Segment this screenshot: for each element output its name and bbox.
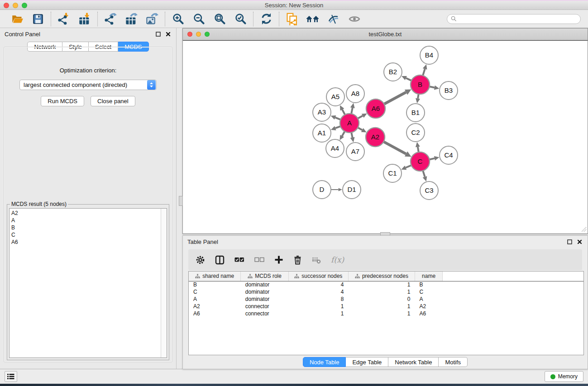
export-network-button[interactable] [104, 12, 117, 26]
show-hide-style-button[interactable] [327, 12, 340, 26]
table-cell[interactable]: A6 [189, 310, 241, 317]
table-tab-edge-table[interactable]: Edge Table [346, 357, 388, 367]
edge-A2-C[interactable] [383, 142, 406, 154]
column-view-button[interactable] [215, 255, 225, 265]
table-row[interactable]: Adominator80A [189, 295, 583, 303]
edge-B-B4[interactable] [423, 69, 425, 76]
graph-node-A6[interactable]: A6 [366, 99, 385, 118]
memory-button[interactable]: Memory [545, 371, 583, 382]
task-history-button[interactable] [5, 371, 17, 382]
split-pane-handle-vertical[interactable] [179, 196, 183, 206]
export-image-button[interactable] [145, 12, 159, 26]
edge-A-A1[interactable] [335, 126, 340, 128]
table-cell[interactable]: dominator [241, 281, 288, 288]
mcds-result-item[interactable]: B [11, 224, 159, 231]
mcds-result-list[interactable]: A2ABCA6 [9, 208, 167, 358]
edge-A-A7[interactable] [351, 133, 352, 138]
refresh-button[interactable] [259, 12, 273, 26]
edge-A-A8[interactable] [351, 108, 353, 114]
graph-node-D1[interactable]: D1 [343, 181, 361, 199]
edge-A-A4[interactable] [342, 131, 345, 136]
table-row[interactable]: Bdominator41B [189, 281, 583, 288]
column-header-predecessor-nodes[interactable]: predecessor nodes [348, 272, 415, 281]
first-neighbors-button[interactable] [306, 12, 320, 26]
zoom-window-button[interactable] [22, 3, 27, 8]
table-cell[interactable]: A2 [415, 303, 443, 310]
table-cell[interactable]: 1 [348, 303, 415, 310]
table-cell[interactable]: 0 [348, 295, 415, 303]
graph-node-B4[interactable]: B4 [420, 46, 438, 64]
graph-node-A1[interactable]: A1 [313, 124, 331, 142]
float-panel-button[interactable] [154, 30, 162, 38]
table-cell[interactable]: 8 [288, 295, 348, 303]
import-network-button[interactable] [57, 12, 71, 26]
zoom-out-button[interactable] [192, 12, 206, 26]
graph-node-C2[interactable]: C2 [406, 124, 425, 142]
table-tab-network-table[interactable]: Network Table [388, 357, 439, 367]
zoom-in-button[interactable] [171, 12, 185, 26]
edge-A-A5[interactable] [342, 110, 345, 114]
settings-button[interactable] [196, 255, 205, 265]
edge-C-C4[interactable] [429, 158, 434, 160]
edge-B-B3[interactable] [430, 86, 435, 87]
graph-node-C4[interactable]: C4 [440, 146, 458, 164]
close-panel-button[interactable] [164, 30, 172, 38]
table-cell[interactable]: 1 [348, 310, 415, 317]
edge-C-C3[interactable] [423, 171, 425, 177]
result-scrollbar[interactable] [161, 209, 167, 357]
graph-node-A5[interactable]: A5 [326, 88, 344, 106]
table-cell[interactable]: B [415, 281, 443, 288]
float-table-panel-button[interactable] [566, 238, 573, 245]
table-cell[interactable]: A2 [189, 303, 241, 310]
mcds-result-item[interactable]: A6 [11, 238, 159, 246]
table-cell[interactable]: B [189, 281, 241, 288]
table-cell[interactable]: dominator [241, 288, 288, 295]
table-cell[interactable]: 1 [288, 310, 348, 317]
graph-node-A4[interactable]: A4 [326, 139, 344, 157]
edge-A-A2[interactable] [358, 128, 362, 130]
edge-A-A6[interactable] [358, 116, 363, 119]
mcds-result-item[interactable]: A [11, 217, 159, 224]
add-column-button[interactable] [274, 255, 283, 264]
table-cell[interactable]: dominator [241, 295, 288, 303]
edge-C-C2[interactable] [418, 147, 419, 152]
table-cell[interactable]: C [189, 288, 241, 295]
mcds-result-item[interactable]: C [11, 231, 159, 238]
table-tab-motifs[interactable]: Motifs [439, 357, 468, 367]
network-close-button[interactable] [187, 32, 192, 37]
graph-node-A8[interactable]: A8 [346, 85, 364, 103]
edge-B-B1[interactable] [418, 94, 419, 99]
graph-node-A[interactable]: A [340, 114, 359, 133]
table-cell[interactable]: 4 [288, 281, 348, 288]
new-network-from-selection-button[interactable] [285, 12, 299, 26]
column-header-successor-nodes[interactable]: successor nodes [288, 272, 348, 281]
graph-node-A7[interactable]: A7 [346, 143, 364, 161]
close-window-button[interactable] [4, 3, 9, 8]
table-cell[interactable]: connector [241, 310, 288, 317]
table-cell[interactable]: 1 [348, 288, 415, 295]
table-row[interactable]: A6connector11A6 [189, 310, 583, 317]
table-row[interactable]: Cdominator41C [189, 288, 583, 295]
mcds-result-item[interactable]: A2 [11, 210, 159, 217]
table-cell[interactable]: A6 [415, 310, 443, 317]
run-mcds-button[interactable]: Run MCDS [41, 96, 84, 106]
graph-node-B2[interactable]: B2 [384, 63, 402, 81]
table-cell[interactable]: 1 [288, 303, 348, 310]
table-cell[interactable]: connector [241, 303, 288, 310]
zoom-fit-button[interactable] [213, 12, 226, 26]
table-cell[interactable]: C [415, 288, 443, 295]
deselect-all-button[interactable] [254, 257, 264, 263]
column-header-shared-name[interactable]: shared name [189, 272, 241, 281]
zoom-selected-button[interactable] [234, 12, 247, 26]
select-all-button[interactable] [234, 257, 244, 263]
table-tab-node-table[interactable]: Node Table [303, 357, 346, 367]
column-header-MCDS-role[interactable]: MCDS role [241, 272, 288, 281]
network-minimize-button[interactable] [196, 32, 201, 37]
delete-column-button[interactable] [293, 255, 302, 265]
network-canvas[interactable]: B4B2BB3A5A8A6A3B1AA1C2A2A4A7C4CC1C3DD1 [183, 40, 588, 233]
edge-B-B2[interactable] [406, 78, 411, 81]
graph-node-C3[interactable]: C3 [420, 181, 438, 200]
table-cell[interactable]: A [415, 295, 443, 303]
close-panel-action-button[interactable]: Close panel [91, 96, 135, 106]
criterion-dropdown[interactable]: largest connected component (directed) [19, 80, 157, 90]
